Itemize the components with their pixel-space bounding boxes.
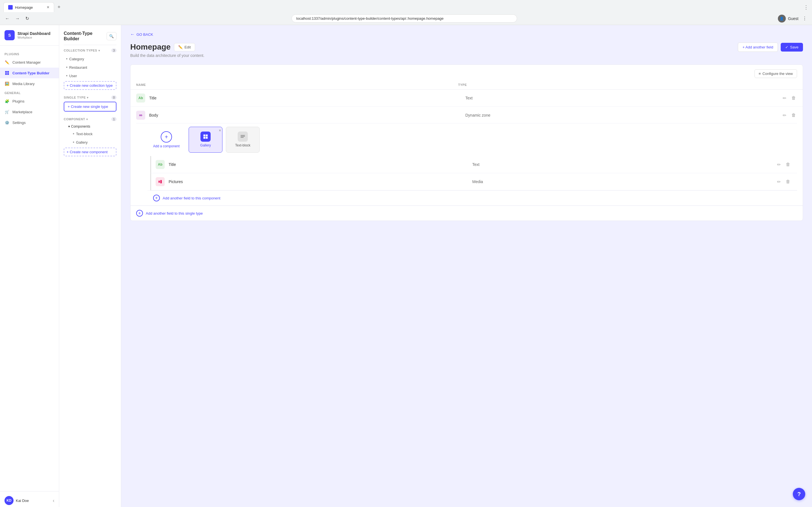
collection-types-label: Collection Types ▾ bbox=[64, 49, 100, 52]
ctb-component-section: Component ▾ 1 ▾ Components Text-block Ga… bbox=[59, 114, 121, 159]
image-icon: 🖼️ bbox=[4, 81, 10, 86]
gallery-component-card[interactable]: × Gallery bbox=[189, 127, 222, 153]
gear-icon-plugins: 🧩 bbox=[4, 99, 10, 104]
component-item-textblock[interactable]: Text-block bbox=[66, 129, 116, 138]
tab-favicon bbox=[8, 5, 13, 10]
collection-types-count: 3 bbox=[111, 48, 116, 52]
nested-pictures-edit-button[interactable]: ✏ bbox=[776, 178, 782, 186]
gallery-card-close-button[interactable]: × bbox=[219, 128, 221, 133]
svg-rect-8 bbox=[241, 135, 245, 136]
components-group[interactable]: ▾ Components bbox=[66, 123, 116, 129]
component-item-gallery[interactable]: Gallery bbox=[66, 138, 116, 147]
add-single-type-field-circle: + bbox=[136, 210, 143, 217]
add-circle-icon: + bbox=[161, 131, 172, 143]
ctb-collection-section: Collection Types ▾ 3 Category Restaurant… bbox=[59, 45, 121, 92]
nested-title-type: Text bbox=[472, 162, 776, 167]
content-card: ≡ Configure the view Name Type Ab Title … bbox=[130, 64, 803, 221]
create-collection-button[interactable]: + Create new collection type bbox=[64, 81, 116, 90]
page-title: Homepage bbox=[130, 43, 170, 52]
nested-text-icon: Ab bbox=[156, 160, 165, 169]
sidebar-item-label-marketplace: Marketplace bbox=[12, 110, 33, 114]
sidebar-item-marketplace[interactable]: 🛒 Marketplace bbox=[0, 107, 59, 117]
component-selector: + Add a component × Gallery bbox=[147, 127, 797, 153]
sidebar-collapse-button[interactable]: ‹ bbox=[53, 498, 54, 504]
svg-rect-2 bbox=[5, 73, 7, 75]
edit-button[interactable]: ✏️ Edit bbox=[174, 43, 195, 51]
reload-button[interactable]: ↻ bbox=[24, 15, 31, 22]
browser-tab[interactable]: Homepage × bbox=[3, 2, 54, 12]
component-label: Component ▾ bbox=[64, 117, 88, 121]
ctb-search-button[interactable]: 🔍 bbox=[107, 32, 116, 40]
browser-menu-button[interactable]: ⋮ bbox=[804, 4, 809, 10]
brand-title: Strapi Dashboard bbox=[17, 31, 50, 36]
sidebar-footer: KD Kai Doe ‹ bbox=[0, 491, 59, 507]
sidebar-item-content-manager[interactable]: ✏️ Content Manager bbox=[0, 57, 59, 68]
body-edit-button[interactable]: ✏ bbox=[781, 112, 788, 119]
svg-rect-0 bbox=[5, 71, 7, 73]
sidebar-brand: S Strapi Dashboard Workplace bbox=[0, 25, 59, 46]
back-link-label: GO BACK bbox=[137, 33, 153, 37]
collection-item-restaurant[interactable]: Restaurant bbox=[64, 63, 116, 71]
add-another-field-button[interactable]: + Add another field bbox=[738, 43, 778, 52]
back-nav-button[interactable]: ← bbox=[3, 15, 11, 22]
ctb-panel-title: Content-TypeBuilder bbox=[64, 31, 93, 41]
brand-subtitle: Workplace bbox=[17, 36, 50, 39]
create-single-type-button[interactable]: + Create new single type bbox=[64, 102, 116, 112]
sidebar-item-settings[interactable]: ⚙️ Settings bbox=[0, 117, 59, 128]
user-icon: 👤 bbox=[778, 15, 786, 22]
title-delete-button[interactable]: 🗑 bbox=[790, 94, 797, 102]
address-bar[interactable] bbox=[292, 14, 517, 22]
svg-rect-5 bbox=[206, 135, 208, 136]
edit-icon: ✏️ bbox=[4, 60, 10, 65]
body-field-type: Dynamic zone bbox=[465, 113, 782, 117]
dynamic-field-icon: ∞ bbox=[136, 111, 145, 120]
nested-pictures-type: Media bbox=[472, 179, 776, 184]
sidebar-item-media-library[interactable]: 🖼️ Media Library bbox=[0, 78, 59, 89]
browser-options-button[interactable]: ⋮ bbox=[801, 15, 809, 22]
collection-item-category[interactable]: Category bbox=[64, 55, 116, 63]
configure-view-button[interactable]: ≡ Configure the view bbox=[755, 69, 797, 78]
forward-nav-button[interactable]: → bbox=[13, 15, 21, 22]
textblock-component-card[interactable]: Text-block bbox=[226, 127, 260, 153]
add-field-to-single-type-row[interactable]: + Add another field to this single type bbox=[131, 206, 803, 221]
back-arrow-icon: ← bbox=[130, 32, 135, 37]
nested-fields: Ab Title Text ✏ 🗑 bbox=[147, 156, 797, 190]
svg-rect-1 bbox=[7, 71, 9, 73]
save-button[interactable]: ✓ Save bbox=[781, 43, 803, 52]
sidebar-item-plugins[interactable]: 🧩 Plugins bbox=[0, 96, 59, 107]
single-type-label: Single Type ▾ bbox=[64, 96, 89, 99]
puzzle-icon bbox=[4, 70, 10, 75]
back-link[interactable]: ← GO BACK bbox=[130, 32, 803, 37]
sidebar-item-label-ctb: Content-Type Builder bbox=[12, 71, 49, 75]
sidebar-item-content-type-builder[interactable]: Content-Type Builder bbox=[0, 68, 59, 78]
nested-title-edit-button[interactable]: ✏ bbox=[776, 161, 782, 168]
nested-pictures-delete-button[interactable]: 🗑 bbox=[784, 178, 792, 185]
user-label: Guest bbox=[788, 16, 799, 21]
new-tab-button[interactable]: + bbox=[55, 3, 63, 11]
chevron-down-icon-comp: ▾ bbox=[86, 118, 88, 121]
tab-close-button[interactable]: × bbox=[47, 5, 49, 10]
collection-item-user[interactable]: User bbox=[64, 71, 116, 80]
main-content: ← GO BACK Homepage ✏️ Edit Build the dat… bbox=[121, 25, 812, 507]
table-row: Pictures Media ✏ 🗑 bbox=[150, 173, 797, 190]
create-component-button[interactable]: + Create new component bbox=[64, 148, 116, 156]
nested-title-delete-button[interactable]: 🗑 bbox=[784, 161, 792, 168]
gallery-card-label: Gallery bbox=[200, 144, 211, 147]
sliders-icon: ≡ bbox=[759, 71, 761, 76]
ctb-header: Content-TypeBuilder 🔍 bbox=[59, 25, 121, 45]
sidebar-item-label-content-manager: Content Manager bbox=[12, 60, 41, 64]
svg-rect-12 bbox=[160, 180, 162, 183]
help-button[interactable]: ? bbox=[793, 488, 805, 500]
nested-title-actions: ✏ 🗑 bbox=[776, 161, 792, 168]
edit-pencil-icon: ✏️ bbox=[178, 45, 183, 49]
add-field-to-component-row[interactable]: + Add another field to this component bbox=[147, 190, 797, 205]
col-type-header: Type bbox=[458, 83, 780, 87]
body-delete-button[interactable]: 🗑 bbox=[790, 112, 797, 119]
sidebar: S Strapi Dashboard Workplace Plugins ✏️ … bbox=[0, 25, 59, 507]
page-subtitle: Build the data architecture of your cont… bbox=[130, 53, 204, 58]
chevron-icon-comp-group: ▾ bbox=[68, 124, 70, 128]
sidebar-item-label-media: Media Library bbox=[12, 82, 35, 86]
add-component-button[interactable]: + Add a component bbox=[147, 127, 185, 153]
col-name-header: Name bbox=[136, 83, 458, 87]
title-edit-button[interactable]: ✏ bbox=[781, 94, 788, 102]
